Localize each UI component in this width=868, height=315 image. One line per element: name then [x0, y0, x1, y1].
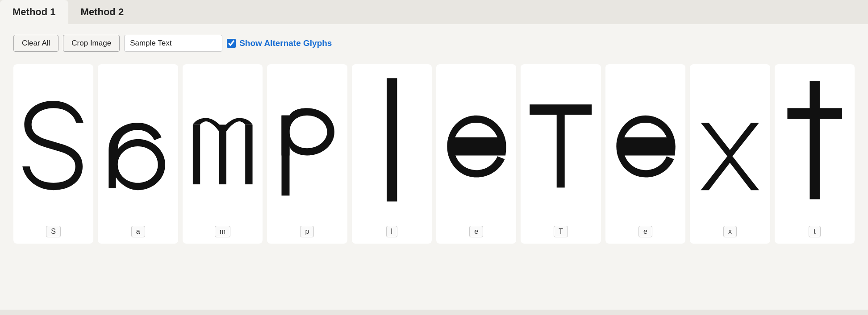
- crop-image-button[interactable]: Crop Image: [63, 35, 120, 52]
- glyph-card-l[interactable]: l: [352, 64, 432, 244]
- glyph-display-S: [17, 69, 90, 220]
- glyph-badge-e: e: [469, 226, 483, 237]
- glyph-card-e2[interactable]: e: [605, 64, 685, 244]
- svg-rect-1: [219, 124, 226, 184]
- clear-all-button[interactable]: Clear All: [13, 35, 58, 52]
- svg-rect-2: [245, 124, 252, 184]
- glyph-display-l: [355, 69, 428, 220]
- glyph-display-a: [101, 69, 174, 220]
- glyph-card-x[interactable]: x: [690, 64, 770, 244]
- glyph-svg-x: [693, 69, 766, 220]
- show-alternate-glyphs-checkbox[interactable]: [227, 39, 236, 48]
- glyph-svg-l: [355, 69, 428, 220]
- glyph-badge-p: p: [300, 226, 314, 237]
- glyph-card-T[interactable]: T: [521, 64, 601, 244]
- glyph-svg-m: [186, 69, 259, 220]
- svg-rect-4: [387, 78, 397, 201]
- glyph-svg-a: [101, 69, 174, 220]
- svg-rect-5: [530, 104, 592, 115]
- glyph-card-m[interactable]: m: [183, 64, 263, 244]
- glyph-display-e: [440, 69, 513, 220]
- glyph-card-t[interactable]: t: [775, 64, 855, 244]
- glyph-svg-t: [778, 69, 851, 220]
- glyph-badge-S: S: [46, 226, 61, 237]
- svg-rect-6: [557, 115, 565, 187]
- show-alternate-glyphs-text: Show Alternate Glyphs: [239, 38, 332, 48]
- tab-method1[interactable]: Method 1: [0, 0, 68, 24]
- glyph-display-p: [271, 69, 343, 220]
- glyph-display-x: [693, 69, 766, 220]
- show-alternate-glyphs-label[interactable]: Show Alternate Glyphs: [227, 38, 332, 48]
- glyph-badge-l: l: [386, 226, 398, 237]
- toolbar: Clear All Crop Image Show Alternate Glyp…: [13, 35, 855, 52]
- tabs-bar: Method 1 Method 2: [0, 0, 868, 24]
- tab-method2[interactable]: Method 2: [68, 0, 137, 24]
- glyph-svg-e: [440, 69, 513, 220]
- glyph-svg-p: [271, 69, 343, 220]
- glyph-display-m: [186, 69, 259, 220]
- svg-rect-8: [810, 81, 819, 199]
- svg-rect-9: [787, 108, 842, 119]
- glyph-card-p[interactable]: p: [267, 64, 347, 244]
- glyph-display-T: [524, 69, 597, 220]
- glyph-svg-T: [524, 69, 597, 220]
- glyph-card-S[interactable]: S: [13, 64, 93, 244]
- glyph-svg-e2: [609, 69, 682, 220]
- glyph-display-e2: [609, 69, 682, 220]
- glyph-card-a[interactable]: a: [98, 64, 178, 244]
- glyph-badge-m: m: [215, 226, 230, 237]
- svg-marker-7: [701, 123, 760, 190]
- glyph-display-t: [778, 69, 851, 220]
- glyph-badge-T: T: [554, 226, 568, 237]
- glyph-badge-a: a: [131, 226, 145, 237]
- main-content: Clear All Crop Image Show Alternate Glyp…: [0, 24, 868, 310]
- glyph-badge-x: x: [723, 226, 737, 237]
- glyph-badge-e2: e: [638, 226, 652, 237]
- glyphs-container: S a m: [13, 64, 855, 244]
- sample-text-input[interactable]: [124, 35, 222, 52]
- glyph-card-e[interactable]: e: [436, 64, 516, 244]
- glyph-svg-S: [17, 69, 90, 220]
- glyph-badge-t: t: [809, 226, 820, 237]
- svg-rect-0: [193, 124, 200, 184]
